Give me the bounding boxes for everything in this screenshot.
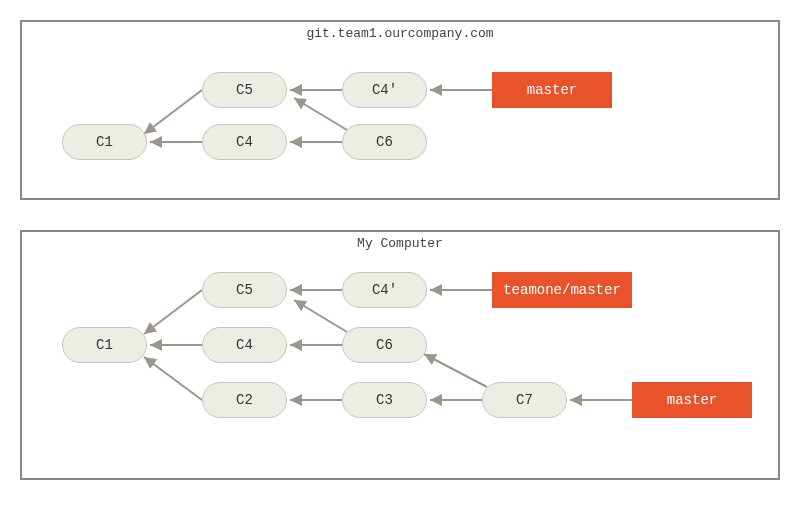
commit-label: C4' <box>372 282 397 298</box>
svg-line-0 <box>144 90 202 134</box>
commit-c4p-local: C4' <box>342 272 427 308</box>
commit-c1-local: C1 <box>62 327 147 363</box>
ref-teamone-master: teamone/master <box>492 272 632 308</box>
commit-c5-remote: C5 <box>202 72 287 108</box>
svg-line-3 <box>294 98 347 130</box>
svg-line-10 <box>294 300 347 332</box>
commit-label: C4 <box>236 134 253 150</box>
commit-label: C5 <box>236 282 253 298</box>
commit-label: C7 <box>516 392 533 408</box>
svg-line-8 <box>144 357 202 400</box>
panel-local-title: My Computer <box>22 236 778 251</box>
commit-c6-local: C6 <box>342 327 427 363</box>
ref-master-local: master <box>632 382 752 418</box>
commit-label: C3 <box>376 392 393 408</box>
commit-c4-remote: C4 <box>202 124 287 160</box>
commit-label: C4 <box>236 337 253 353</box>
commit-label: C4' <box>372 82 397 98</box>
panel-local: My Computer C1 C5 <box>20 230 780 480</box>
commit-label: C6 <box>376 134 393 150</box>
svg-line-6 <box>144 290 202 334</box>
arrows-remote <box>22 22 782 202</box>
commit-c2-local: C2 <box>202 382 287 418</box>
ref-label: master <box>667 392 717 408</box>
ref-label: teamone/master <box>503 282 621 298</box>
panel-remote: git.team1.ourcompany.com C1 C5 C4 C6 C4' <box>20 20 780 200</box>
ref-label: master <box>527 82 577 98</box>
commit-label: C6 <box>376 337 393 353</box>
commit-label: C2 <box>236 392 253 408</box>
commit-c4-local: C4 <box>202 327 287 363</box>
commit-label: C1 <box>96 134 113 150</box>
commit-c1-remote: C1 <box>62 124 147 160</box>
commit-c7-local: C7 <box>482 382 567 418</box>
commit-label: C5 <box>236 82 253 98</box>
commit-c4p-remote: C4' <box>342 72 427 108</box>
commit-c5-local: C5 <box>202 272 287 308</box>
ref-master-remote: master <box>492 72 612 108</box>
panel-remote-title: git.team1.ourcompany.com <box>22 26 778 41</box>
commit-c6-remote: C6 <box>342 124 427 160</box>
svg-line-14 <box>424 354 487 387</box>
commit-label: C1 <box>96 337 113 353</box>
commit-c3-local: C3 <box>342 382 427 418</box>
